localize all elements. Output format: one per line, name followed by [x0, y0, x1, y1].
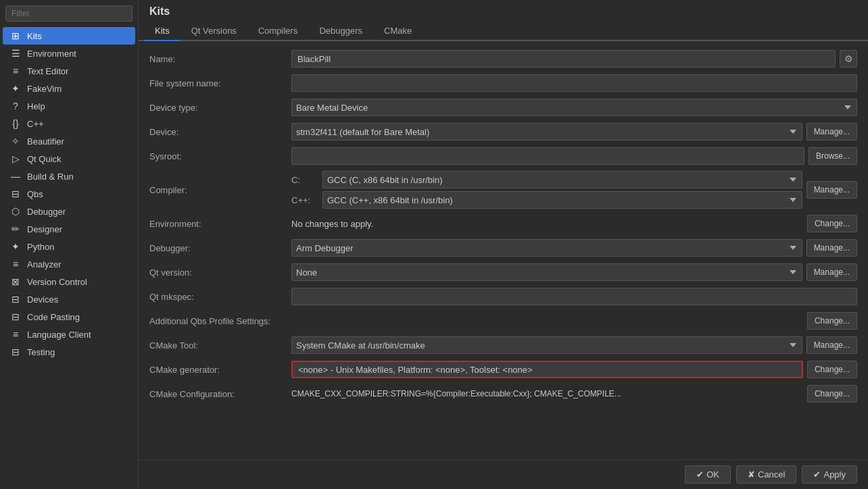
tab-debuggers[interactable]: Debuggers — [308, 22, 373, 41]
compiler-cpp-row: C++: GCC (C++, x86 64bit in /usr/bin) — [291, 191, 802, 209]
device-manage-button[interactable]: Manage... — [806, 123, 857, 140]
sidebar-item-help[interactable]: ? Help — [3, 97, 135, 115]
code-pasting-icon: ⊟ — [9, 311, 22, 322]
sidebar-item-environment[interactable]: ☰ Environment — [3, 45, 135, 62]
sidebar-item-label: Version Control — [27, 277, 87, 287]
sidebar-item-label: Code Pasting — [27, 312, 80, 322]
tab-compilers[interactable]: Compilers — [247, 22, 309, 41]
name-row: Name: ⚙ — [149, 49, 857, 68]
cmake-config-row: CMake Configuration: CMAKE_CXX_COMPILER:… — [149, 384, 857, 403]
qt-version-row: Qt version: None Manage... — [149, 263, 857, 282]
filesystem-label: File system name: — [149, 78, 291, 88]
sidebar-item-label: Kits — [27, 31, 42, 41]
sidebar-item-build-run[interactable]: — Build & Run — [3, 168, 135, 185]
qbs-profile-control: Change... — [291, 312, 857, 330]
sidebar-item-devices[interactable]: ⊟ Devices — [3, 290, 135, 308]
version-control-icon: ⊠ — [9, 276, 22, 287]
device-type-select[interactable]: Bare Metal Device — [291, 99, 857, 116]
sidebar-item-label: Build & Run — [27, 172, 74, 182]
compiler-rows: C: GCC (C, x86 64bit in /usr/bin) C++: G… — [291, 171, 802, 209]
cmake-gen-label: CMake generator: — [149, 365, 291, 375]
sidebar-item-label: Text Editor — [27, 66, 68, 76]
qt-version-manage-button[interactable]: Manage... — [806, 263, 857, 281]
environment-label: Environment: — [149, 219, 291, 229]
sidebar-item-code-pasting[interactable]: ⊟ Code Pasting — [3, 308, 135, 326]
sidebar-item-testing[interactable]: ⊟ Testing — [3, 343, 135, 361]
tab-kits[interactable]: Kits — [144, 22, 180, 41]
help-icon: ? — [9, 101, 22, 111]
sidebar-item-debugger[interactable]: ⬡ Debugger — [3, 203, 135, 220]
cmake-config-value: CMAKE_CXX_COMPILER:STRING=%{Compiler:Exe… — [291, 389, 803, 398]
compiler-control: C: GCC (C, x86 64bit in /usr/bin) C++: G… — [291, 171, 857, 209]
sidebar-item-label: Environment — [27, 49, 76, 59]
device-row: Device: stm32f411 (default for Bare Meta… — [149, 122, 857, 141]
fakevim-icon: ✦ — [9, 83, 22, 94]
sidebar-item-qt-quick[interactable]: ▷ Qt Quick — [3, 150, 135, 168]
filesystem-row: File system name: — [149, 74, 857, 93]
text-editor-icon: ≡ — [9, 66, 22, 76]
cmake-tool-select[interactable]: System CMake at /usr/bin/cmake — [291, 336, 802, 354]
form-area: Name: ⚙ File system name: Device type: B — [139, 41, 868, 459]
ok-checkmark-icon: ✔ — [696, 469, 704, 480]
qt-mkspec-label: Qt mkspec: — [149, 292, 291, 302]
compiler-row: Compiler: C: GCC (C, x86 64bit in /usr/b… — [149, 171, 857, 209]
sysroot-row: Sysroot: Browse... — [149, 147, 857, 165]
filter-input[interactable] — [5, 5, 132, 22]
devices-icon: ⊟ — [9, 294, 22, 305]
ok-button[interactable]: ✔ OK — [685, 465, 731, 484]
sidebar-item-python[interactable]: ✦ Python — [3, 238, 135, 255]
compiler-c-row: C: GCC (C, x86 64bit in /usr/bin) — [291, 171, 802, 188]
sidebar-item-version-control[interactable]: ⊠ Version Control — [3, 273, 135, 290]
cmake-gen-value: <none> - Unix Makefiles, Platform: <none… — [291, 361, 803, 378]
debugger-control: Arm Debugger Manage... — [291, 239, 857, 257]
apply-checkmark-icon: ✔ — [813, 469, 821, 480]
debugger-manage-button[interactable]: Manage... — [806, 239, 857, 257]
sidebar-item-cpp[interactable]: {} C++ — [3, 115, 135, 132]
cmake-config-change-button[interactable]: Change... — [807, 385, 857, 403]
debugger-label: Debugger: — [149, 243, 291, 253]
compiler-cpp-label: C++: — [291, 195, 318, 205]
device-type-row: Device type: Bare Metal Device — [149, 98, 857, 117]
compiler-cpp-select[interactable]: GCC (C++, x86 64bit in /usr/bin) — [322, 191, 802, 209]
sidebar-item-qbs[interactable]: ⊟ Qbs — [3, 185, 135, 203]
tab-cmake[interactable]: CMake — [373, 22, 423, 41]
name-control: ⚙ — [291, 50, 857, 68]
compiler-c-label: C: — [291, 175, 318, 185]
environment-change-button[interactable]: Change... — [807, 215, 857, 232]
apply-button[interactable]: ✔ Apply — [802, 465, 857, 484]
sidebar-item-language-client[interactable]: ≡ Language Client — [3, 326, 135, 343]
sidebar-item-label: Language Client — [27, 330, 91, 340]
name-icon-button[interactable]: ⚙ — [840, 50, 857, 68]
compiler-c-select[interactable]: GCC (C, x86 64bit in /usr/bin) — [322, 171, 802, 188]
qt-mkspec-control — [291, 288, 857, 305]
sysroot-input[interactable] — [291, 147, 804, 165]
device-select[interactable]: stm32f411 (default for Bare Metal) — [291, 123, 802, 140]
sysroot-browse-button[interactable]: Browse... — [809, 147, 857, 165]
sidebar-item-designer[interactable]: ✏ Designer — [3, 220, 135, 238]
beautifier-icon: ✧ — [9, 136, 22, 147]
sidebar-item-analyzer[interactable]: ≡ Analyzer — [3, 255, 135, 273]
cmake-gen-change-button[interactable]: Change... — [807, 361, 857, 378]
sidebar-item-label: Qt Quick — [27, 154, 62, 164]
debugger-icon: ⬡ — [9, 206, 22, 217]
filesystem-input[interactable] — [291, 74, 857, 92]
qt-mkspec-input[interactable] — [291, 288, 857, 305]
compiler-manage-button[interactable]: Manage... — [806, 181, 857, 199]
qbs-icon: ⊟ — [9, 188, 22, 199]
qbs-profile-change-button[interactable]: Change... — [807, 312, 857, 330]
sidebar-item-beautifier[interactable]: ✧ Beautifier — [3, 132, 135, 150]
debugger-select[interactable]: Arm Debugger — [291, 239, 802, 257]
name-input[interactable] — [291, 50, 836, 68]
sidebar: ⊞ Kits ☰ Environment ≡ Text Editor ✦ Fak… — [0, 0, 139, 489]
qt-version-select[interactable]: None — [291, 263, 802, 281]
cmake-tool-manage-button[interactable]: Manage... — [806, 336, 857, 354]
tab-qt-versions[interactable]: Qt Versions — [180, 22, 247, 41]
cmake-tool-control: System CMake at /usr/bin/cmake Manage... — [291, 336, 857, 354]
device-type-control: Bare Metal Device — [291, 99, 857, 116]
language-client-icon: ≡ — [9, 329, 22, 340]
python-icon: ✦ — [9, 241, 22, 252]
cancel-button[interactable]: ✘ Cancel — [736, 465, 796, 484]
sidebar-item-fakevim[interactable]: ✦ FakeVim — [3, 80, 135, 97]
sidebar-item-kits[interactable]: ⊞ Kits — [3, 27, 135, 45]
sidebar-item-text-editor[interactable]: ≡ Text Editor — [3, 62, 135, 80]
